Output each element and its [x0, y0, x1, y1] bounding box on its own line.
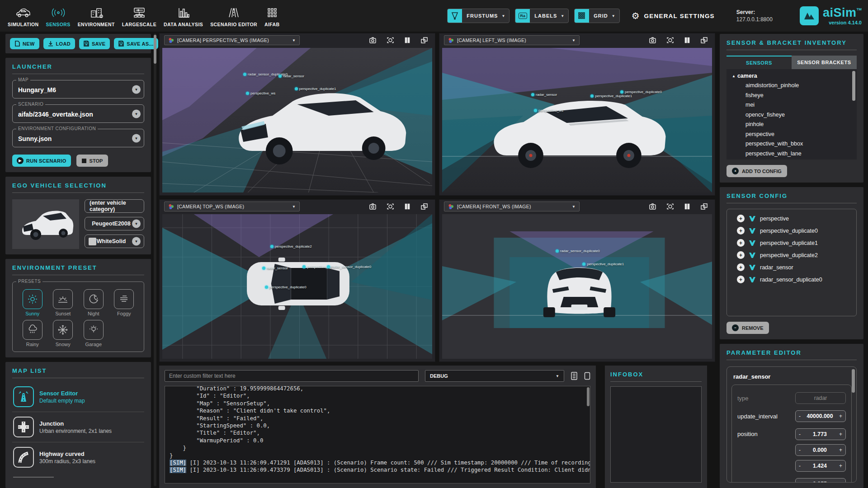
tab-sensors[interactable]: SENSORS — [726, 56, 792, 69]
auto-exposure-icon[interactable] — [667, 203, 674, 210]
config-sensor-row[interactable]: + radar_sensor — [737, 263, 852, 271]
camera-select[interactable]: [CAMERA] FRONT_WS (IMAGE) ▼ — [444, 202, 580, 211]
config-sensor-row[interactable]: + radar_sensor_duplicate0 — [737, 276, 852, 283]
layout-icon[interactable] — [421, 203, 428, 210]
config-sensor-row[interactable]: + perspective_duplicate0 — [737, 227, 852, 235]
save-as-button[interactable]: SAVE AS... — [114, 38, 158, 49]
chevron-down-icon[interactable]: ▼ — [132, 237, 141, 246]
camera-select[interactable]: [CAMERA] TOP_WS (IMAGE) ▼ — [164, 202, 300, 211]
log-list-icon[interactable] — [571, 372, 578, 380]
nav-scenario-editor[interactable]: SCENARIO EDITOR — [207, 2, 260, 30]
yaw-stepper[interactable]: - 0.355 + — [795, 478, 846, 483]
scenario-field[interactable]: SCENARIO aifab/2346_overtake.json ▼ — [12, 104, 144, 123]
vehicle-color-field[interactable]: WhiteSolid ▼ — [85, 235, 144, 248]
vehicle-category-field[interactable]: (enter vehicle category) — [85, 199, 144, 213]
log-filter-input[interactable] — [165, 370, 419, 382]
nav-sensors[interactable]: SENSORS — [43, 2, 74, 30]
screenshot-icon[interactable] — [369, 203, 376, 210]
render-view[interactable]: radar_sensor_duplicate0 radar_sensor per… — [162, 48, 432, 192]
render-view[interactable]: radar_sensor_duplicate0 perspective_dupl… — [442, 214, 712, 359]
pause-icon[interactable] — [405, 37, 410, 43]
render-view[interactable]: radar_sensor perspective_duplicate1 pers… — [442, 48, 712, 192]
nav-data-analysis[interactable]: DATA ANALYSIS — [160, 2, 206, 30]
parameter-scrollbar[interactable] — [852, 369, 855, 393]
position-y-stepper[interactable]: - 0.000 + — [795, 444, 846, 456]
layout-icon[interactable] — [701, 37, 708, 43]
screenshot-icon[interactable] — [369, 37, 376, 43]
screenshot-icon[interactable] — [649, 37, 656, 43]
config-sensor-row[interactable]: + perspective_duplicate2 — [737, 251, 852, 259]
screenshot-icon[interactable] — [649, 203, 656, 210]
chevron-down-icon[interactable]: ▼ — [132, 220, 141, 228]
preset-foggy[interactable]: Foggy — [109, 289, 140, 316]
left-scrollbar[interactable] — [154, 33, 156, 486]
sensor-type-item[interactable]: perspective — [745, 130, 851, 140]
position-z-stepper[interactable]: - 1.424 + — [795, 460, 846, 472]
frustums-toggle[interactable]: FRUSTUMS ▼ — [447, 9, 509, 23]
tree-group-camera[interactable]: ▲ camera — [732, 73, 851, 79]
pause-icon[interactable] — [684, 37, 690, 43]
sensor-type-item[interactable]: fisheye — [745, 91, 851, 101]
sensor-type-item[interactable]: perspective_with_bbox — [745, 139, 851, 149]
expand-icon[interactable]: + — [737, 239, 745, 247]
preset-sunny[interactable]: Sunny — [17, 289, 48, 316]
camera-select[interactable]: [CAMERA] PERSPECTIVE_WS (IMAGE) ▼ — [164, 35, 300, 45]
preset-snowy[interactable]: Snowy — [48, 320, 79, 347]
layout-icon[interactable] — [701, 203, 708, 210]
preset-night[interactable]: Night — [78, 289, 109, 316]
log-scrollbar[interactable] — [587, 387, 590, 406]
chevron-down-icon[interactable]: ▼ — [132, 109, 141, 118]
grid-toggle[interactable]: GRID ▼ — [574, 9, 619, 23]
run-scenario-button[interactable]: ▶ RUN SCENARIO — [12, 155, 71, 167]
nav-aifab[interactable]: AIFAB — [261, 2, 283, 30]
save-button[interactable]: SAVE — [79, 38, 110, 49]
auto-exposure-icon[interactable] — [387, 37, 394, 43]
map-item-sensor-editor[interactable]: Sensor Editor Default empty map — [12, 382, 144, 412]
tree-scrollbar[interactable] — [852, 71, 855, 101]
plus-icon[interactable]: + — [839, 431, 842, 437]
expand-icon[interactable]: + — [737, 227, 745, 235]
expand-icon[interactable]: + — [737, 263, 745, 271]
sensor-type-item[interactable]: aimdistortion_pinhole — [745, 81, 851, 91]
camera-select[interactable]: [CAMERA] LEFT_WS (IMAGE) ▼ — [444, 35, 580, 45]
remove-button[interactable]: − REMOVE — [726, 322, 769, 334]
layout-icon[interactable] — [421, 37, 428, 43]
render-view[interactable]: perspective_duplicate2 radar_sensor pers… — [162, 214, 432, 359]
sensor-type-item[interactable]: pinhole — [745, 120, 851, 130]
labels-toggle[interactable]: Ra LABELS ▼ — [515, 9, 569, 23]
sensor-type-item[interactable]: mei — [745, 100, 851, 110]
sensor-type-item[interactable]: opencv_fisheye — [745, 110, 851, 120]
auto-exposure-icon[interactable] — [387, 203, 394, 210]
plus-icon[interactable]: + — [839, 413, 842, 419]
nav-simulation[interactable]: SIMULATION — [5, 2, 42, 30]
map-field[interactable]: MAP Hungary_M6 ▼ — [12, 80, 144, 99]
log-output[interactable]: "Duration" : 19.959999864472656, "Id" : … — [165, 386, 590, 483]
map-item-junction[interactable]: Junction Urban environment, 2x1 lanes — [12, 412, 144, 442]
position-x-stepper[interactable]: - 1.773 + — [795, 428, 846, 440]
preset-rainy[interactable]: Rainy — [17, 320, 48, 347]
nav-environment[interactable]: ENVIRONMENT — [75, 2, 118, 30]
add-to-config-button[interactable]: + ADD TO CONFIG — [726, 165, 787, 177]
update-interval-stepper[interactable]: - 40000.000 + — [795, 410, 846, 422]
nav-largescale[interactable]: LARGESCALE — [119, 2, 160, 30]
expand-icon[interactable]: + — [737, 276, 745, 283]
environment-config-field[interactable]: ENVIRONMENT CONFIGURATION Sunny.json ▼ — [12, 129, 144, 147]
config-sensor-row[interactable]: + perspective — [737, 215, 852, 222]
general-settings-button[interactable]: ⚙ GENERAL SETTINGS — [632, 10, 715, 21]
pause-icon[interactable] — [684, 203, 690, 210]
log-level-select[interactable]: DEBUG ▼ — [425, 370, 564, 382]
expand-icon[interactable]: + — [737, 215, 745, 222]
stop-button[interactable]: STOP — [76, 155, 108, 167]
auto-exposure-icon[interactable] — [667, 37, 674, 43]
detach-console-icon[interactable] — [584, 372, 590, 380]
vehicle-model-field[interactable]: PeugeotE2008 ▼ — [85, 217, 144, 230]
sensor-type-item[interactable]: perspective_with_lane — [745, 149, 851, 159]
plus-icon[interactable]: + — [839, 481, 842, 483]
tab-sensor-brackets[interactable]: SENSOR BRACKETS — [792, 56, 857, 69]
new-button[interactable]: NEW — [10, 38, 39, 49]
config-sensor-row[interactable]: + perspective_duplicate1 — [737, 239, 852, 247]
chevron-down-icon[interactable]: ▼ — [132, 134, 141, 142]
pause-icon[interactable] — [405, 203, 410, 210]
plus-icon[interactable]: + — [839, 463, 842, 469]
preset-garage[interactable]: Garage — [78, 320, 109, 347]
